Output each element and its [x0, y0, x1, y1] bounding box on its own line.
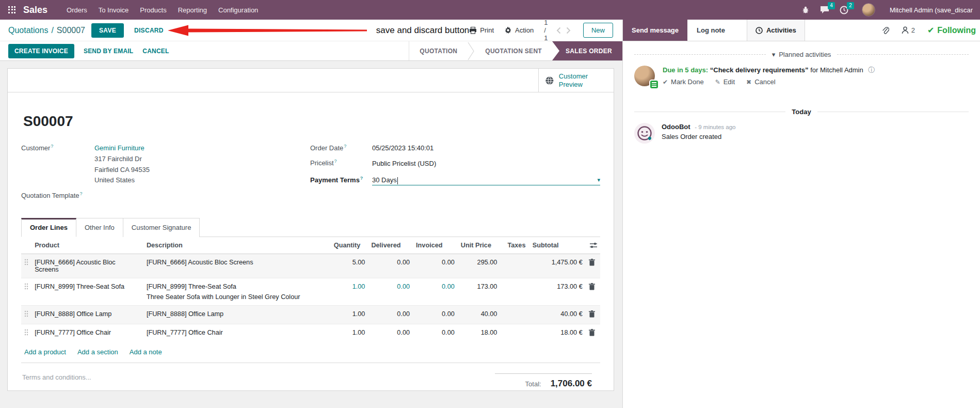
cell-taxes	[500, 305, 529, 324]
tab-customer-signature[interactable]: Customer Signature	[123, 218, 200, 237]
app-name[interactable]: Sales	[23, 5, 47, 15]
order-line-row[interactable]: [FURN_6666] Acoustic Bloc Screens [FURN_…	[21, 254, 600, 278]
customer-preview-button[interactable]: Customer Preview	[538, 69, 614, 92]
optional-columns-icon[interactable]	[586, 237, 600, 254]
terms-and-conditions-field[interactable]: Terms and conditions...	[22, 373, 91, 389]
customer-link[interactable]: Gemini Furniture	[94, 143, 150, 154]
nav-item-products[interactable]: Products	[134, 1, 172, 19]
cell-product: [FURN_8888] Office Lamp	[31, 305, 143, 324]
column-product[interactable]: Product	[31, 237, 143, 254]
cell-description: [FURN_8888] Office Lamp	[143, 305, 331, 324]
cell-product: [FURN_6666] Acoustic Bloc Screens	[31, 254, 143, 278]
breadcrumb-quotations[interactable]: Quotations	[8, 26, 48, 35]
help-icon: ?	[80, 191, 83, 196]
send-by-email-button[interactable]: SEND BY EMAIL	[84, 48, 133, 55]
column-subtotal[interactable]: Subtotal	[529, 237, 586, 254]
tab-order-lines[interactable]: Order Lines	[21, 218, 76, 237]
payment-terms-input[interactable]: 30 Days ▾	[372, 176, 600, 185]
delete-row-icon[interactable]	[589, 259, 595, 266]
pricelist-label: Pricelist?	[310, 159, 372, 167]
column-invoiced[interactable]: Invoiced	[413, 237, 458, 254]
form-pane: Quotations / S00007 SAVE DISCARD save an…	[0, 20, 622, 408]
drag-handle-icon[interactable]	[24, 310, 28, 317]
delete-row-icon[interactable]	[589, 283, 595, 290]
cross-icon: ✖	[746, 79, 751, 86]
column-taxes[interactable]: Taxes	[500, 237, 529, 254]
info-icon[interactable]: ⓘ	[868, 66, 875, 74]
user-avatar[interactable]	[862, 3, 875, 17]
cell-subtotal: 173.00 €	[529, 278, 586, 305]
messages-icon[interactable]: 4	[820, 6, 829, 14]
create-invoice-button[interactable]: CREATE INVOICE	[8, 44, 74, 58]
drag-handle-icon[interactable]	[24, 259, 28, 265]
stage-quotation-sent[interactable]: QUOTATION SENT	[475, 41, 552, 60]
message-author[interactable]: OdooBot	[662, 123, 690, 131]
log-note-button[interactable]: Log note	[687, 20, 734, 41]
planned-activities-toggle[interactable]: ▾ Planned activities	[772, 51, 831, 58]
add-product-link[interactable]: Add a product	[24, 348, 66, 356]
cell-subtotal: 40.00 €	[529, 305, 586, 324]
drag-handle-icon[interactable]	[24, 329, 28, 336]
apps-menu-icon[interactable]	[8, 6, 16, 14]
print-button[interactable]: Print	[469, 26, 494, 34]
new-button[interactable]: New	[583, 23, 613, 38]
followers-button[interactable]: 2	[902, 26, 915, 34]
mark-done-button[interactable]: ✔Mark Done	[663, 78, 704, 86]
tab-other-info[interactable]: Other Info	[76, 218, 123, 237]
debug-bug-icon[interactable]	[801, 6, 810, 14]
gear-icon	[504, 26, 512, 34]
messages-badge: 4	[828, 2, 835, 9]
stage-separator-icon	[468, 41, 475, 60]
cell-description-line2: Three Seater Sofa with Lounger in Steel …	[147, 293, 328, 301]
column-description[interactable]: Description	[143, 237, 331, 254]
activities-button[interactable]: Activities	[747, 20, 805, 41]
cancel-activity-button[interactable]: ✖Cancel	[746, 78, 776, 86]
column-delivered[interactable]: Delivered	[368, 237, 413, 254]
delete-row-icon[interactable]	[589, 329, 595, 336]
clock-icon	[756, 27, 763, 34]
cell-unit-price: 173.00	[458, 278, 501, 305]
cancel-button[interactable]: CANCEL	[142, 48, 169, 55]
edit-activity-button[interactable]: ✎Edit	[715, 78, 735, 86]
action-button[interactable]: Action	[504, 26, 534, 34]
column-quantity[interactable]: Quantity	[331, 237, 368, 254]
order-reference-title: S00007	[23, 113, 600, 130]
send-message-button[interactable]: Send message	[623, 20, 687, 41]
pricelist-value[interactable]: Public Pricelist (USD)	[372, 159, 436, 169]
add-note-link[interactable]: Add a note	[130, 348, 162, 356]
following-button[interactable]: ✔ Following	[927, 25, 976, 35]
activities-clock-icon[interactable]: 2	[840, 6, 848, 14]
nav-item-to-invoice[interactable]: To Invoice	[93, 1, 135, 19]
statusbar-row: CREATE INVOICE SEND BY EMAIL CANCEL QUOT…	[0, 41, 622, 61]
today-label: Today	[792, 108, 811, 116]
discard-button[interactable]: DISCARD	[134, 27, 164, 34]
customer-address-line2: Fairfield CA 94535	[94, 165, 150, 176]
cell-description: [FURN_7777] Office Chair	[143, 324, 331, 342]
nav-item-reporting[interactable]: Reporting	[172, 1, 213, 19]
pager-previous-icon[interactable]	[556, 27, 561, 34]
top-nav-bar: Sales Orders To Invoice Products Reporti…	[0, 0, 980, 20]
dropdown-caret-icon[interactable]: ▾	[597, 177, 600, 183]
stage-quotation[interactable]: QUOTATION	[409, 41, 468, 60]
stage-sales-order[interactable]: SALES ORDER	[552, 41, 622, 60]
followers-person-icon	[902, 26, 909, 34]
nav-item-orders[interactable]: Orders	[61, 1, 93, 19]
save-button[interactable]: SAVE	[91, 23, 124, 38]
order-line-row[interactable]: [FURN_7777] Office Chair [FURN_7777] Off…	[21, 324, 600, 342]
cell-quantity: 5.00	[331, 254, 368, 278]
delete-row-icon[interactable]	[589, 310, 595, 318]
order-line-row[interactable]: [FURN_8888] Office Lamp [FURN_8888] Offi…	[21, 305, 600, 324]
attach-files-button[interactable]	[881, 26, 889, 35]
cell-description: [FURN_6666] Acoustic Bloc Screens	[143, 254, 331, 278]
add-section-link[interactable]: Add a section	[77, 348, 118, 356]
pager-next-icon[interactable]	[566, 27, 571, 34]
drag-handle-icon[interactable]	[24, 283, 28, 290]
odoobot-avatar[interactable]	[634, 123, 655, 144]
activity-type-badge-icon	[649, 80, 659, 89]
user-name[interactable]: Mitchell Admin (save_discar	[890, 6, 973, 14]
help-icon: ?	[344, 144, 346, 149]
order-date-value[interactable]: 05/25/2023 15:40:01	[372, 143, 433, 154]
nav-item-configuration[interactable]: Configuration	[213, 1, 264, 19]
order-line-row[interactable]: [FURN_8999] Three-Seat Sofa [FURN_8999] …	[21, 278, 600, 305]
column-unit-price[interactable]: Unit Price	[458, 237, 501, 254]
